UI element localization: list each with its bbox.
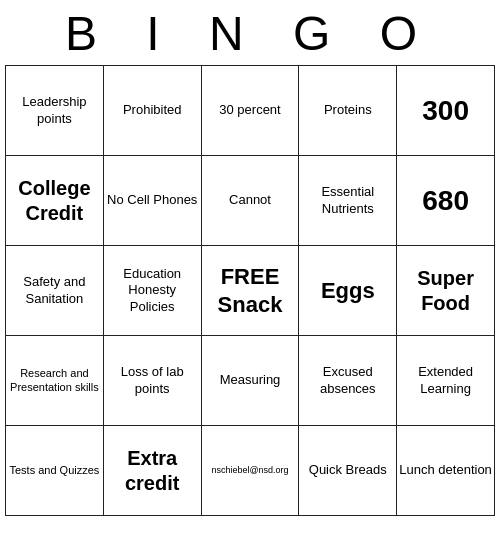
cell-0-3: Proteins	[299, 66, 397, 156]
cell-2-2: FREE Snack	[201, 246, 299, 336]
cell-0-1: Prohibited	[103, 66, 201, 156]
cell-2-1: Education Honesty Policies	[103, 246, 201, 336]
cell-4-3: Quick Breads	[299, 426, 397, 516]
cell-1-4: 680	[397, 156, 495, 246]
cell-3-0: Research and Presentation skills	[6, 336, 104, 426]
cell-0-0: Leadership points	[6, 66, 104, 156]
cell-4-1: Extra credit	[103, 426, 201, 516]
cell-4-2: nschiebel@nsd.org	[201, 426, 299, 516]
cell-3-4: Extended Learning	[397, 336, 495, 426]
cell-3-2: Measuring	[201, 336, 299, 426]
cell-3-3: Excused absences	[299, 336, 397, 426]
cell-1-2: Cannot	[201, 156, 299, 246]
cell-1-1: No Cell Phones	[103, 156, 201, 246]
cell-0-4: 300	[397, 66, 495, 156]
cell-1-0: College Credit	[6, 156, 104, 246]
cell-2-0: Safety and Sanitation	[6, 246, 104, 336]
bingo-grid: Leadership pointsProhibited30 percentPro…	[5, 65, 495, 516]
cell-0-2: 30 percent	[201, 66, 299, 156]
cell-1-3: Essential Nutrients	[299, 156, 397, 246]
cell-3-1: Loss of lab points	[103, 336, 201, 426]
cell-4-4: Lunch detention	[397, 426, 495, 516]
cell-2-3: Eggs	[299, 246, 397, 336]
cell-2-4: Super Food	[397, 246, 495, 336]
cell-4-0: Tests and Quizzes	[6, 426, 104, 516]
bingo-title: B I N G O	[0, 0, 500, 65]
